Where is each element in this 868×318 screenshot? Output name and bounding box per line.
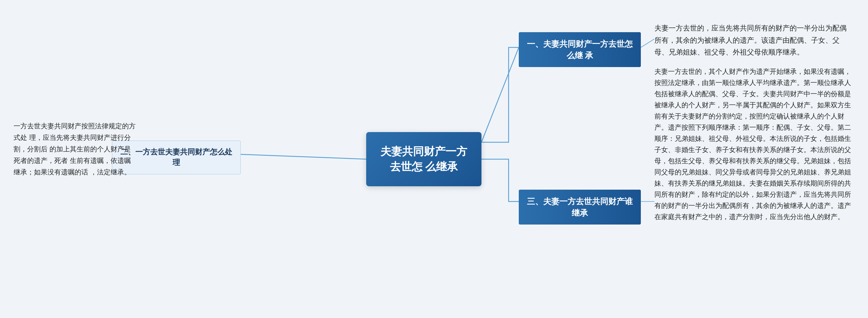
- right-node-1-label: 一、夫妻共同财产一方去世怎么继 承: [526, 38, 633, 61]
- left-text-content: 一方去世夫妻共同财产按照法律规定的方式处 理，应当先将夫妻共同财产进行分割，分割…: [14, 122, 136, 176]
- left-node-label: 二、一方去世夫妻共同财产怎么处 理: [120, 147, 233, 168]
- svg-line-2: [641, 39, 654, 47]
- svg-line-1: [481, 47, 519, 142]
- right-text-3: 夫妻一方去世的，其个人财产作为遗产开始继承，如果没有遗嘱，按照法定继承，由第一顺…: [654, 66, 851, 222]
- right-node-1: 一、夫妻共同财产一方去世怎么继 承: [519, 32, 641, 67]
- right-text-1: 夫妻一方去世的，应当先将共同所有的财产的一半分出为配偶所有，其余的为被继承人的遗…: [654, 22, 851, 58]
- right-text-3-content: 夫妻一方去世的，其个人财产作为遗产开始继承，如果没有遗嘱，按照法定继承，由第一顺…: [654, 68, 851, 220]
- left-text-block: 一方去世夫妻共同财产按照法律规定的方式处 理，应当先将夫妻共同财产进行分割，分割…: [14, 120, 136, 178]
- svg-line-0: [234, 154, 366, 159]
- right-node-3: 三、夫妻一方去世共同财产谁继承: [519, 190, 641, 225]
- center-node: 夫妻共同财产一方去世怎 么继承: [366, 132, 481, 186]
- center-node-label: 夫妻共同财产一方去世怎 么继承: [377, 144, 471, 174]
- right-node-3-label: 三、夫妻一方去世共同财产谁继承: [526, 196, 633, 218]
- mindmap-container: 夫妻共同财产一方去世怎 么继承 二、一方去世夫妻共同财产怎么处 理 一方去世夫妻…: [0, 0, 868, 318]
- right-text-1-content: 夫妻一方去世的，应当先将共同所有的财产的一半分出为配偶所有，其余的为被继承人的遗…: [654, 24, 847, 56]
